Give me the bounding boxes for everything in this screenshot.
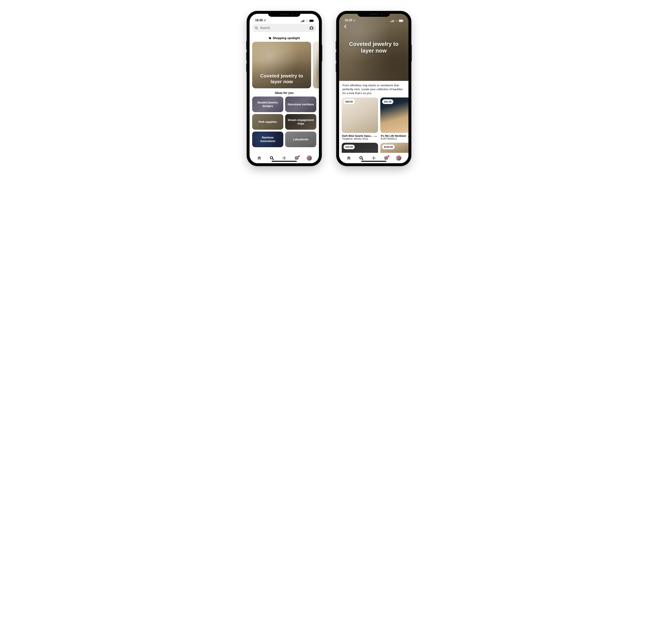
product-title: It's My Life Necklace <box>381 134 406 137</box>
svg-point-21 <box>374 136 375 137</box>
price-badge: $130.00 <box>382 145 395 149</box>
svg-rect-5 <box>310 20 313 22</box>
idea-tile-beaded-jewelry[interactable]: Beaded jewelry designs <box>252 96 283 112</box>
svg-rect-6 <box>314 20 314 21</box>
svg-line-28 <box>362 159 363 160</box>
home-icon <box>257 156 262 160</box>
svg-line-10 <box>272 159 273 160</box>
detail-hero-title: Coveted jewelry to layer now <box>345 41 403 54</box>
idea-tile-pink-sapphire[interactable]: Pink sapphire <box>252 114 283 130</box>
shopping-spotlight-header: Shopping spotlight <box>249 33 319 42</box>
ideas-for-you-header: Ideas for you <box>249 88 319 96</box>
svg-rect-20 <box>403 20 403 21</box>
search-icon <box>359 156 364 160</box>
camera-icon[interactable] <box>309 26 314 30</box>
profile-avatar-icon <box>307 155 312 161</box>
device-notch <box>357 11 390 17</box>
idea-tile-gemstone-necklace[interactable]: Gemstone necklace <box>285 96 316 112</box>
idea-tile-engagement-rings[interactable]: Dream engagement rings <box>285 114 316 130</box>
spotlight-next-card-peek[interactable] <box>313 42 319 88</box>
back-button[interactable] <box>342 23 349 30</box>
plus-icon <box>282 156 287 160</box>
plus-icon <box>371 156 376 160</box>
notification-dot <box>388 155 389 157</box>
svg-rect-1 <box>302 21 302 22</box>
battery-icon <box>399 20 403 22</box>
svg-rect-15 <box>391 21 392 22</box>
wifi-icon <box>395 20 398 22</box>
search-icon <box>255 26 258 30</box>
product-more-button[interactable] <box>374 134 378 138</box>
device-notch <box>268 11 301 17</box>
tab-profile[interactable] <box>305 154 313 162</box>
search-icon <box>269 156 274 160</box>
price-badge: $30.00 <box>344 99 355 104</box>
svg-rect-19 <box>399 20 403 22</box>
wifi-icon <box>305 20 308 22</box>
svg-rect-2 <box>303 20 303 22</box>
product-card[interactable]: $130.00 <box>380 143 409 153</box>
search-input[interactable]: Search <box>252 24 316 32</box>
phone-mockup-right: 10:25 Coveted jewelry to layer now From … <box>336 11 411 166</box>
svg-point-12 <box>297 158 297 158</box>
svg-point-29 <box>385 158 386 158</box>
notification-dot <box>298 155 300 157</box>
svg-rect-17 <box>393 20 394 22</box>
chevron-left-icon <box>343 24 348 28</box>
status-time: 10:25 <box>345 19 352 22</box>
tab-home[interactable] <box>255 154 263 162</box>
search-placeholder: Search <box>260 26 307 30</box>
profile-avatar-icon <box>396 155 401 161</box>
detail-hero: Coveted jewelry to layer now <box>339 14 409 81</box>
svg-rect-3 <box>304 20 304 22</box>
idea-tile-labradorite[interactable]: Labradorite <box>285 132 316 147</box>
svg-rect-14 <box>390 21 391 22</box>
spotlight-hero-title: Coveted jewelry to layer now <box>259 73 305 85</box>
svg-point-23 <box>376 136 377 137</box>
detail-description: From effortless ring stacks to necklaces… <box>339 81 409 97</box>
svg-point-24 <box>408 136 409 137</box>
product-card[interactable]: $41.00 It's My Life Necklace EVRYJEWELS <box>380 97 409 140</box>
location-arrow-icon <box>353 19 355 22</box>
price-tag-icon <box>268 37 271 40</box>
product-seller: Tangerine Jewelry Shop <box>342 137 372 140</box>
product-card[interactable]: $25.00 <box>342 143 378 153</box>
cellular-signal-icon <box>390 20 394 22</box>
more-horizontal-icon <box>408 135 409 138</box>
screen-left: 10:25 Search Sho <box>249 14 319 163</box>
price-badge: $25.00 <box>344 145 355 149</box>
product-title: Dark Blue Quartz Squa... <box>342 134 372 137</box>
battery-icon <box>309 20 314 22</box>
status-time: 10:25 <box>255 19 263 22</box>
product-card[interactable]: $30.00 Dark Blue Quartz Squa... Tangerin… <box>342 97 378 140</box>
tab-profile[interactable] <box>395 154 403 162</box>
screen-right: 10:25 Coveted jewelry to layer now From … <box>339 14 409 163</box>
svg-point-31 <box>387 158 387 158</box>
location-arrow-icon <box>264 19 266 22</box>
svg-point-13 <box>297 158 298 158</box>
svg-point-11 <box>295 158 296 158</box>
price-badge: $41.00 <box>382 99 393 104</box>
idea-tile-rainbow-moonstone[interactable]: Rainbow moonstone <box>252 132 283 147</box>
product-seller: EVRYJEWELS <box>381 137 406 140</box>
svg-rect-0 <box>301 21 301 22</box>
product-more-button[interactable] <box>407 134 409 138</box>
svg-point-30 <box>386 158 387 158</box>
home-indicator[interactable] <box>272 161 297 162</box>
phone-mockup-left: 10:25 Search Sho <box>247 11 322 166</box>
more-horizontal-icon <box>374 135 377 138</box>
home-icon <box>346 156 351 160</box>
svg-point-22 <box>375 136 376 137</box>
svg-rect-16 <box>392 20 393 22</box>
cellular-signal-icon <box>301 20 304 22</box>
svg-line-8 <box>257 28 258 29</box>
spotlight-hero-card[interactable]: Coveted jewelry to layer now <box>252 42 311 88</box>
tab-home[interactable] <box>345 154 353 162</box>
home-indicator[interactable] <box>361 161 387 162</box>
